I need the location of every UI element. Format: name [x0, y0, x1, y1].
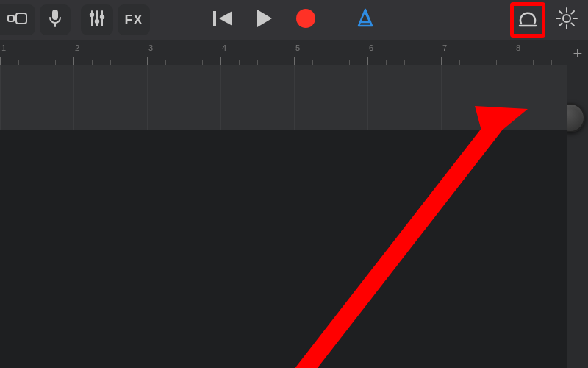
right-side-strip: + [567, 40, 588, 368]
ruler-bar-number: 2 [75, 43, 79, 52]
ruler-bar-number: 8 [516, 43, 520, 52]
transport-controls [213, 8, 375, 32]
track-lane[interactable] [0, 65, 567, 130]
play-icon [256, 9, 273, 28]
timeline-ruler[interactable]: 12345678 [0, 40, 567, 66]
fx-button[interactable]: FX [118, 4, 150, 35]
track-view-icon [7, 11, 28, 29]
svg-line-23 [559, 11, 562, 14]
workspace-area [0, 130, 567, 368]
ruler-bar-number: 6 [369, 43, 373, 52]
fx-label: FX [124, 13, 143, 28]
svg-marker-12 [257, 10, 272, 27]
sliders-icon [89, 10, 105, 30]
mic-button[interactable] [40, 4, 71, 35]
svg-rect-10 [213, 11, 216, 26]
play-button[interactable] [256, 9, 273, 31]
toolbar-right-group [510, 2, 588, 38]
svg-point-18 [563, 15, 570, 22]
svg-point-8 [96, 20, 98, 23]
svg-line-26 [559, 24, 562, 26]
metronome-icon [356, 8, 375, 29]
svg-point-9 [101, 15, 104, 18]
rewind-icon [213, 10, 234, 27]
add-track-button[interactable]: + [573, 44, 583, 63]
ruler-bar-number: 7 [442, 43, 447, 52]
gear-icon [556, 7, 578, 29]
loop-icon [517, 7, 539, 29]
svg-rect-0 [8, 15, 14, 21]
ruler-bar-number: 4 [222, 43, 226, 52]
plus-icon: + [573, 44, 583, 63]
settings-button[interactable] [556, 7, 578, 32]
ruler-bar-number: 5 [295, 43, 300, 52]
ruler-bar-number: 3 [148, 43, 153, 52]
svg-marker-11 [219, 11, 232, 26]
track-view-button[interactable] [0, 4, 35, 35]
annotation-highlight-box [510, 2, 545, 38]
mic-icon [49, 9, 62, 31]
ruler-bar-number: 1 [1, 43, 6, 52]
rewind-button[interactable] [213, 10, 234, 30]
svg-marker-14 [359, 10, 372, 26]
record-icon [295, 8, 316, 29]
top-toolbar: FX [0, 0, 588, 40]
svg-line-25 [572, 11, 575, 14]
svg-rect-2 [52, 10, 58, 20]
toolbar-left-group: FX [0, 4, 150, 35]
mixer-button[interactable] [81, 4, 113, 35]
metronome-button[interactable] [356, 8, 375, 32]
svg-line-24 [572, 24, 575, 26]
loop-button[interactable] [517, 19, 539, 32]
record-button[interactable] [295, 8, 316, 32]
svg-point-7 [90, 13, 93, 16]
svg-point-13 [296, 9, 315, 28]
svg-rect-1 [16, 13, 26, 24]
